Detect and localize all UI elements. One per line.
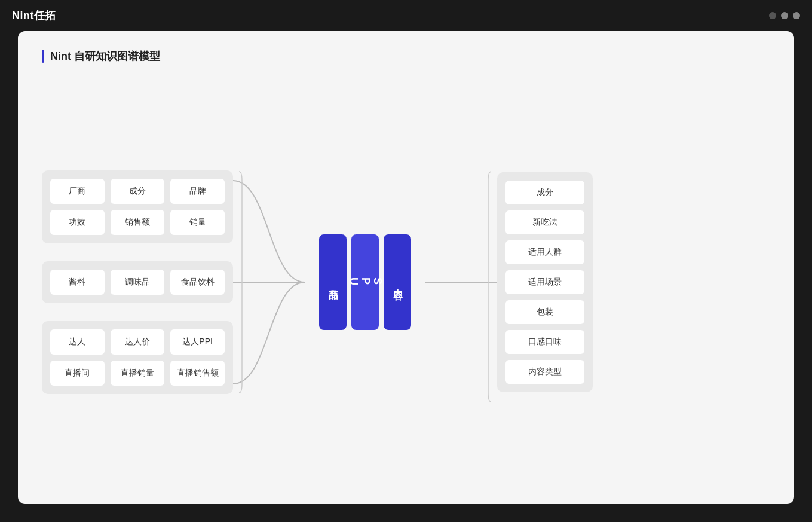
page-title: Nint 自研知识图谱模型 <box>50 49 160 63</box>
knowledge-graph-diagram: 厂商 成分 品牌 功效 销售额 销量 酱料 调味品 食品饮料 达人 达人价 <box>42 87 770 477</box>
group-top: 厂商 成分 品牌 功效 销售额 销量 <box>42 170 233 243</box>
page-title-wrapper: Nint 自研知识图谱模型 <box>42 49 770 63</box>
title-accent-bar <box>42 50 44 63</box>
right-tag-use-scene: 适用场景 <box>505 270 584 294</box>
dot3 <box>793 12 800 19</box>
tag-livestream-sales: 直播销量 <box>111 361 165 386</box>
group-mid: 酱料 调味品 食品饮料 <box>42 261 233 303</box>
col-product-label: 商品 <box>327 281 339 283</box>
dot1 <box>769 12 776 19</box>
right-tag-taste: 口感口味 <box>505 330 584 354</box>
tag-ingredient: 成分 <box>111 179 165 204</box>
main-content: Nint 自研知识图谱模型 厂商 成分 品牌 功效 销售额 销量 酱料 调味品 <box>18 31 794 504</box>
tag-manufacturer: 厂商 <box>50 179 105 204</box>
tag-brand: 品牌 <box>170 179 225 204</box>
dot2 <box>781 12 788 19</box>
tag-influencer: 达人 <box>50 329 105 355</box>
right-panel: 成分 新吃法 适用人群 适用场景 包装 口感口味 内容类型 <box>497 172 593 392</box>
window-controls <box>769 12 800 19</box>
left-connectors <box>233 133 305 432</box>
right-tag-ingredient: 成分 <box>505 181 584 204</box>
right-tag-packaging: 包装 <box>505 300 584 324</box>
tag-sales-volume: 销量 <box>170 210 225 235</box>
group-bot: 达人 达人价 达人PPI 直播间 直播销量 直播销售额 <box>42 321 233 394</box>
tag-influencer-ppi: 达人PPI <box>170 329 225 355</box>
right-connectors <box>425 133 497 432</box>
titlebar: Nint任拓 <box>0 0 812 31</box>
tag-livestream-room: 直播间 <box>50 361 105 386</box>
tag-influencer-price: 达人价 <box>111 329 165 355</box>
tag-sauce: 酱料 <box>50 270 105 295</box>
tag-livestream-revenue: 直播销售额 <box>170 361 225 386</box>
col-product: 商品 <box>319 234 347 330</box>
right-tag-content-type: 内容类型 <box>505 360 584 384</box>
col-content-label: 内容 <box>391 281 404 283</box>
col-spu: SPU <box>351 234 379 330</box>
right-tag-new-eating: 新吃法 <box>505 210 584 234</box>
col-content: 内容 <box>384 234 411 330</box>
tag-efficacy: 功效 <box>50 210 105 235</box>
app-logo: Nint任拓 <box>12 8 56 23</box>
tag-sales-amount: 销售额 <box>111 210 165 235</box>
right-tag-target-audience: 适用人群 <box>505 240 584 264</box>
center-columns: 商品 SPU 内容 <box>317 234 413 330</box>
left-groups: 厂商 成分 品牌 功效 销售额 销量 酱料 调味品 食品饮料 达人 达人价 <box>42 170 233 394</box>
tag-condiment: 调味品 <box>111 270 165 295</box>
diagram-inner: 厂商 成分 品牌 功效 销售额 销量 酱料 调味品 食品饮料 达人 达人价 <box>42 87 770 477</box>
tag-food-beverage: 食品饮料 <box>170 270 225 295</box>
col-spu-label: SPU <box>347 277 382 286</box>
